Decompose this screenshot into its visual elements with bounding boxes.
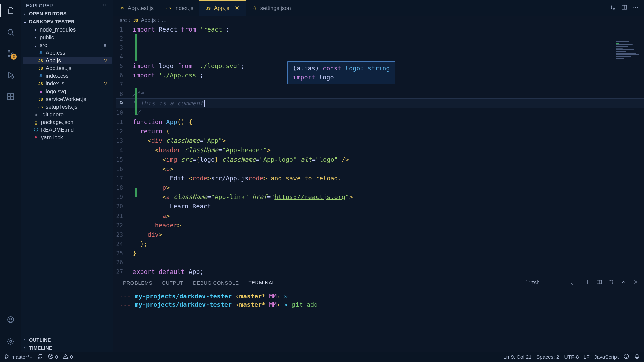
split-terminal-icon[interactable]	[596, 279, 602, 287]
account-icon	[7, 316, 15, 324]
css-icon: #	[38, 51, 44, 55]
tree-file[interactable]: JSApp.jsM	[23, 57, 112, 64]
line-number: 12	[116, 127, 132, 136]
status-sync[interactable]	[37, 353, 43, 361]
activity-scm[interactable]: 2	[4, 47, 17, 60]
tree-folder[interactable]: ›node_modules	[23, 26, 112, 34]
editor-tab[interactable]: JSApp.js✕	[199, 0, 246, 16]
js-icon: JS	[133, 18, 139, 22]
git-status: M	[104, 58, 108, 63]
open-editors-section[interactable]: ›OPEN EDITORS	[21, 10, 113, 18]
activity-explorer[interactable]	[4, 4, 17, 17]
svg-rect-7	[8, 97, 10, 100]
line-number: 6	[116, 71, 132, 80]
modified-dot-icon	[104, 44, 106, 47]
tree-file[interactable]: ⚑yarn.lock	[23, 134, 112, 141]
editor-tab[interactable]: {}settings.json	[246, 0, 297, 16]
activity-search[interactable]	[4, 25, 17, 39]
status-feedback[interactable]	[623, 353, 629, 361]
svg-point-0	[8, 29, 13, 34]
breadcrumb[interactable]: src› JS App.js› …	[113, 16, 644, 25]
line-number: 10	[116, 108, 132, 117]
tree-file[interactable]: JSsetupTests.js	[23, 103, 112, 111]
tree-folder[interactable]: ⌄src	[23, 41, 112, 49]
css-icon: #	[38, 74, 44, 78]
line-number: 21	[116, 212, 132, 221]
terminal-selector[interactable]: 1: zsh⌄	[521, 279, 578, 287]
js-icon: JS	[38, 97, 44, 101]
close-icon[interactable]: ✕	[235, 5, 239, 11]
tab-label: index.js	[174, 5, 193, 11]
line-number: 5	[116, 62, 132, 71]
line-number: 16	[116, 165, 132, 174]
status-language[interactable]: JavaScript	[594, 354, 619, 360]
code-line: 25}	[116, 249, 644, 258]
txt-icon: ◈	[33, 112, 39, 117]
tab-label: settings.json	[260, 5, 291, 11]
outline-section[interactable]: ›OUTLINE	[21, 336, 113, 344]
editor-tab[interactable]: JSindex.js	[160, 0, 199, 16]
timeline-section[interactable]: ›TIMELINE	[21, 344, 113, 352]
svg-point-13	[105, 5, 106, 6]
code-line: 15 <img src={logo} className="App-logo" …	[116, 155, 644, 164]
project-section[interactable]: ⌄DARKDEV-TESTER	[21, 18, 113, 26]
terminal[interactable]: --- my-projects/darkdev-tester ‹master* …	[113, 290, 644, 352]
compare-changes-icon[interactable]	[610, 4, 616, 12]
tree-file[interactable]: ◈.gitignore	[23, 111, 112, 118]
code-line: 27export default App;	[116, 267, 644, 275]
tree-label: App.js	[46, 57, 61, 64]
tree-file[interactable]: {}package.json	[23, 118, 112, 126]
code-line: 3	[116, 43, 644, 52]
panel-tab-debug[interactable]: DEBUG CONSOLE	[188, 277, 244, 289]
tree-file[interactable]: JSserviceWorker.js	[23, 95, 112, 103]
tree-file[interactable]: ⓘREADME.md	[23, 126, 112, 134]
scm-badge: 2	[11, 54, 17, 60]
svg-rect-5	[8, 94, 10, 96]
tree-folder[interactable]: ›public	[23, 34, 112, 41]
more-icon[interactable]	[633, 4, 639, 12]
md-icon: ⓘ	[33, 127, 39, 133]
status-lncol[interactable]: Ln 9, Col 21	[503, 354, 532, 360]
tree-label: index.css	[46, 73, 69, 79]
svg-point-18	[633, 7, 634, 8]
tree-file[interactable]: #App.css	[23, 49, 112, 57]
svg-point-22	[5, 354, 6, 355]
js-icon: JS	[166, 6, 172, 10]
panel-tab-output[interactable]: OUTPUT	[157, 277, 188, 289]
editor-tab[interactable]: JSApp.test.js	[113, 0, 160, 16]
close-icon[interactable]	[633, 279, 639, 287]
svg-rect-6	[11, 94, 14, 96]
chevron-up-icon[interactable]	[621, 279, 627, 287]
chevron-right-icon: ›	[23, 11, 28, 16]
status-branch[interactable]: master*+	[4, 353, 32, 361]
tree-file[interactable]: ◆logo.svg	[23, 87, 112, 95]
activity-debug[interactable]	[4, 68, 17, 82]
tree-file[interactable]: #index.css	[23, 72, 112, 80]
new-terminal-icon[interactable]	[584, 279, 590, 287]
status-spaces[interactable]: Spaces: 2	[536, 354, 559, 360]
sync-icon	[37, 353, 43, 361]
status-bar: master*+ 0 0 Ln 9, Col 21 Spaces: 2 UTF-…	[0, 352, 644, 362]
more-icon[interactable]	[102, 2, 108, 9]
line-number: 22	[116, 221, 132, 230]
status-eol[interactable]: LF	[584, 354, 590, 360]
status-bell[interactable]	[634, 353, 640, 361]
tree-file[interactable]: JSApp.test.js	[23, 64, 112, 72]
split-editor-icon[interactable]	[621, 4, 627, 12]
activity-extensions[interactable]	[4, 90, 17, 103]
code-line: 4	[116, 52, 644, 61]
status-errors[interactable]: 0	[48, 353, 58, 361]
panel-tab-problems[interactable]: PROBLEMS	[118, 277, 157, 289]
code-editor[interactable]: (alias) const logo: string import logo 1…	[113, 25, 644, 275]
activity-accounts[interactable]	[4, 313, 17, 326]
branch-icon	[4, 353, 10, 361]
svg-point-15	[611, 5, 612, 6]
status-warnings[interactable]: 0	[63, 353, 73, 361]
line-number: 26	[116, 258, 132, 267]
panel-tab-terminal[interactable]: TERMINAL	[244, 276, 280, 289]
tree-file[interactable]: JSindex.jsM	[23, 80, 112, 87]
trash-icon[interactable]	[608, 279, 614, 287]
code-line: 22 header>	[116, 221, 644, 230]
activity-settings[interactable]	[4, 335, 17, 348]
status-encoding[interactable]: UTF-8	[564, 354, 579, 360]
